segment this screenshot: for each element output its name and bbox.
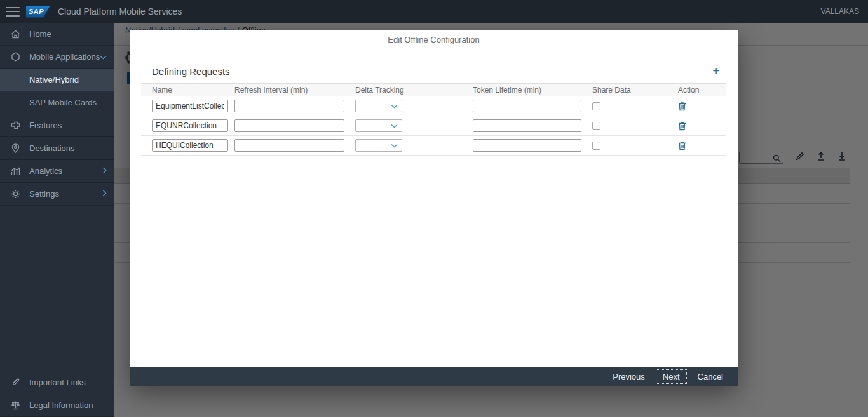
sidebar-spacer [0,206,114,371]
column-header-delta-tracking: Delta Tracking [344,86,462,95]
column-header-share-data: Share Data [581,86,667,95]
table-row [141,96,726,116]
token-lifetime-input[interactable] [473,139,581,152]
sidebar-item-analytics[interactable]: Analytics [0,160,114,183]
sidebar-item-settings[interactable]: Settings [0,183,114,206]
sidebar-item-features[interactable]: Features [0,114,114,137]
home-icon [10,30,21,39]
dialog-header: Edit Offline Configuration [130,30,738,50]
table-row [141,136,726,156]
table-header-row: Name Refresh Interval (min) Delta Tracki… [141,83,726,96]
map-pin-icon [10,143,21,153]
next-button[interactable]: Next [656,369,687,384]
analytics-chart-icon [10,167,21,175]
token-lifetime-input[interactable] [473,100,581,112]
sap-logo: SAP [26,6,50,18]
delete-row-button[interactable] [678,102,686,111]
trash-icon [678,141,686,150]
sidebar-item-sap-mobile-cards[interactable]: SAP Mobile Cards [0,91,114,114]
section-title: Defining Requests [152,66,230,77]
column-header-refresh-interval: Refresh Interval (min) [224,86,344,95]
features-icon [10,121,21,129]
share-data-checkbox[interactable] [592,142,600,150]
column-header-name: Name [141,86,224,95]
chevron-down-icon [391,124,398,128]
chevron-right-icon [102,189,107,199]
add-request-button[interactable]: + [712,65,720,77]
sidebar-item-label: Settings [29,189,59,199]
delta-tracking-select[interactable] [355,119,402,132]
user-name[interactable]: VALLAKAS [821,7,859,16]
column-header-action: Action [667,86,726,95]
delete-row-button[interactable] [678,141,686,150]
sidebar-item-label: Important Links [29,378,86,387]
sidebar-item-destinations[interactable]: Destinations [0,137,114,160]
sidebar-item-label: Destinations [29,143,75,153]
delta-tracking-select[interactable] [355,100,402,112]
column-header-token-lifetime: Token Lifetime (min) [462,86,581,95]
top-bar: SAP Cloud Platform Mobile Services VALLA… [0,0,868,23]
trash-icon [678,121,686,131]
delete-row-button[interactable] [678,121,686,131]
refresh-interval-input[interactable] [234,139,344,152]
link-icon [10,378,21,387]
name-input[interactable] [152,100,228,112]
name-input[interactable] [152,119,228,132]
sidebar-item-label: Mobile Applications [29,52,100,62]
chevron-down-icon [391,104,398,109]
app-title: Cloud Platform Mobile Services [58,6,182,17]
refresh-interval-input[interactable] [234,100,344,112]
dialog-body: Defining Requests + Name Refresh Interva… [130,50,738,367]
dialog-footer: Previous Next Cancel [130,367,738,386]
dialog-title: Edit Offline Configuration [388,35,479,44]
sidebar-item-label: Analytics [29,166,62,176]
cancel-button[interactable]: Cancel [691,369,730,384]
chevron-down-icon [391,143,398,148]
trash-icon [678,102,686,111]
sidebar-item-label: Legal Information [29,400,93,410]
name-input[interactable] [152,139,228,152]
menu-toggle-icon[interactable] [6,7,20,17]
sidebar-item-native-hybrid[interactable]: Native/Hybrid [0,69,114,91]
hexagon-icon [10,52,21,62]
refresh-interval-input[interactable] [234,119,344,132]
share-data-checkbox[interactable] [592,102,600,110]
sidebar-item-mobile-applications[interactable]: Mobile Applications [0,46,114,69]
token-lifetime-input[interactable] [473,119,581,132]
chevron-down-icon [100,52,107,62]
sidebar-item-label: Features [29,121,62,130]
settings-gear-icon [10,189,21,199]
sidebar-nav: Home Mobile Applications Native/Hybrid S… [0,23,114,417]
edit-offline-configuration-dialog: Edit Offline Configuration Defining Requ… [130,30,738,386]
sidebar-item-label: Native/Hybrid [29,75,79,84]
delta-tracking-select[interactable] [355,139,402,152]
legal-scales-icon [10,400,21,410]
chevron-right-icon [102,166,107,176]
sidebar-item-important-links[interactable]: Important Links [0,371,114,394]
sidebar-item-home[interactable]: Home [0,23,114,46]
sidebar-item-label: Home [29,29,51,39]
share-data-checkbox[interactable] [592,122,600,130]
table-row [141,116,726,136]
sidebar-item-legal-information[interactable]: Legal Information [0,394,114,417]
previous-button[interactable]: Previous [606,369,652,384]
sidebar-item-label: SAP Mobile Cards [29,98,97,107]
